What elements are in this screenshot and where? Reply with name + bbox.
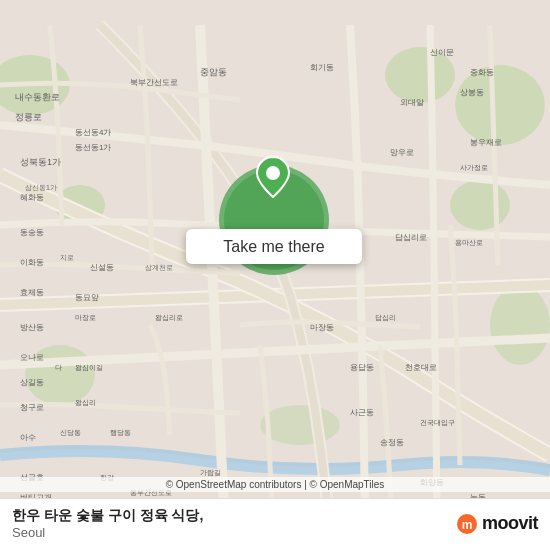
svg-text:아수: 아수 <box>20 433 36 442</box>
svg-text:마장동: 마장동 <box>310 323 334 332</box>
location-name: Seoul <box>12 525 203 540</box>
svg-text:마장로: 마장로 <box>75 314 96 321</box>
moovit-logo: m moovit <box>456 513 538 535</box>
svg-point-6 <box>490 285 550 365</box>
svg-text:외대알: 외대알 <box>400 98 424 107</box>
bottom-bar: 한우 타운 숯불 구이 정육 식당, Seoul m moovit <box>0 498 550 550</box>
svg-text:왕십리로: 왕십리로 <box>155 314 183 322</box>
svg-text:혜화동: 혜화동 <box>20 193 44 202</box>
map-pin <box>255 155 291 199</box>
svg-text:왕십리: 왕십리 <box>75 399 96 407</box>
svg-text:중화동: 중화동 <box>470 68 494 77</box>
place-info: 한우 타운 숯불 구이 정육 식당, Seoul <box>12 507 203 540</box>
svg-text:사가정로: 사가정로 <box>460 164 488 171</box>
svg-text:성북동1가: 성북동1가 <box>20 157 61 167</box>
svg-text:답십리로: 답십리로 <box>395 233 427 242</box>
svg-text:삼계천로: 삼계천로 <box>145 264 173 272</box>
svg-text:망우로: 망우로 <box>390 148 414 157</box>
svg-text:용답동: 용답동 <box>350 363 374 372</box>
svg-text:봉우재로: 봉우재로 <box>470 138 502 147</box>
svg-text:내수동환로: 내수동환로 <box>15 92 60 102</box>
svg-text:상봉동: 상봉동 <box>460 88 484 97</box>
svg-text:상길동: 상길동 <box>20 378 44 387</box>
svg-text:m: m <box>462 517 473 531</box>
svg-text:답십리: 답십리 <box>375 314 396 322</box>
svg-text:북부간선도로: 북부간선도로 <box>130 78 178 87</box>
svg-text:동묘앞: 동묘앞 <box>75 293 99 302</box>
svg-text:신당동: 신당동 <box>60 429 81 436</box>
svg-text:지로: 지로 <box>60 254 74 261</box>
svg-point-8 <box>260 405 340 445</box>
svg-text:용마산로: 용마산로 <box>455 239 483 246</box>
svg-text:회기동: 회기동 <box>310 63 334 72</box>
svg-text:가람길: 가람길 <box>200 469 221 477</box>
svg-text:송정동: 송정동 <box>380 438 404 447</box>
svg-text:방산동: 방산동 <box>20 323 44 332</box>
svg-text:왕심이길: 왕심이길 <box>75 364 103 372</box>
take-me-there-button[interactable]: Take me there <box>186 229 362 264</box>
svg-text:동선동1가: 동선동1가 <box>75 143 111 152</box>
svg-text:삼신동1가: 삼신동1가 <box>25 184 57 192</box>
svg-text:오나로: 오나로 <box>20 353 44 362</box>
map-container: 내수동환로 정릉로 북부간선도로 신이문 중화동 상봉동 성북동1가 동선동4가… <box>0 0 550 550</box>
svg-point-63 <box>266 166 280 180</box>
svg-text:건국대입구: 건국대입구 <box>420 419 455 427</box>
map-background: 내수동환로 정릉로 북부간선도로 신이문 중화동 상봉동 성북동1가 동선동4가… <box>0 0 550 550</box>
svg-text:동선동4가: 동선동4가 <box>75 128 111 137</box>
svg-text:신이문: 신이문 <box>430 48 454 57</box>
svg-text:천호대로: 천호대로 <box>405 363 437 372</box>
svg-text:중암동: 중암동 <box>200 67 227 77</box>
moovit-icon: m <box>456 513 478 535</box>
svg-text:동숭동: 동숭동 <box>20 228 44 237</box>
svg-point-3 <box>450 180 510 230</box>
svg-text:정릉로: 정릉로 <box>15 112 42 122</box>
svg-text:행당동: 행당동 <box>110 429 131 436</box>
svg-point-2 <box>455 65 545 145</box>
map-attribution: © OpenStreetMap contributors | © OpenMap… <box>0 477 550 492</box>
restaurant-name: 한우 타운 숯불 구이 정육 식당, <box>12 507 203 525</box>
moovit-brand-text: moovit <box>482 513 538 534</box>
svg-text:사근동: 사근동 <box>350 408 374 417</box>
svg-text:이화동: 이화동 <box>20 258 44 267</box>
svg-text:신설동: 신설동 <box>90 263 114 272</box>
svg-text:효제동: 효제동 <box>20 288 44 297</box>
svg-text:청구로: 청구로 <box>20 403 44 412</box>
svg-text:다: 다 <box>55 364 62 371</box>
